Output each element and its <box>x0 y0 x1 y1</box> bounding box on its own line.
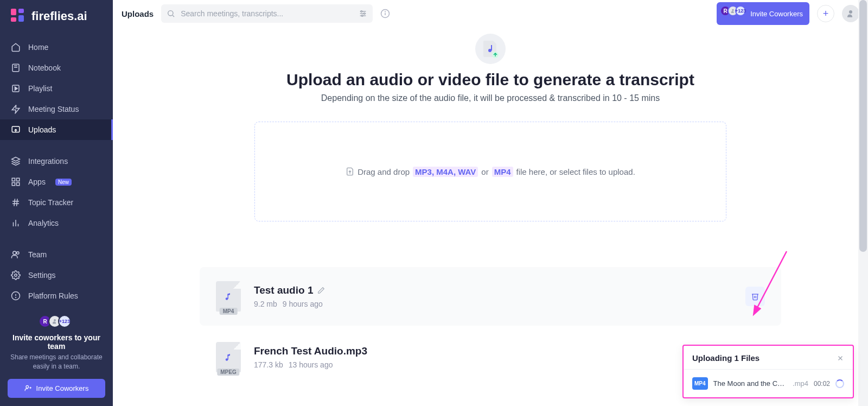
notebook-icon <box>11 63 21 73</box>
svg-point-28 <box>16 297 16 298</box>
avatar-count: +123 <box>58 315 71 328</box>
info-icon[interactable] <box>380 9 390 18</box>
file-card: MP4 Test audio 1 9.2 mb 9 hours ago <box>200 267 781 326</box>
scrollbar-thumb[interactable] <box>859 0 867 252</box>
nav-topic-tracker[interactable]: Topic Tracker <box>0 192 113 213</box>
hero-title: Upload an audio or video file to generat… <box>286 71 694 89</box>
invite-title: Invite coworkers to your team <box>8 333 105 351</box>
invite-coworkers-button[interactable]: Invite Coworkers <box>8 379 105 398</box>
file-format-badge: MP4 <box>220 308 238 315</box>
svg-point-45 <box>849 10 852 14</box>
dropzone-pre: Drag and drop <box>358 167 410 176</box>
avatar-stack: R +123 <box>723 5 746 16</box>
file-name: French Test Audio.mp3 <box>254 345 367 357</box>
svg-point-23 <box>13 251 16 255</box>
topic-icon <box>11 198 21 207</box>
file-age: 13 hours ago <box>289 360 333 369</box>
file-thumb: MP4 <box>216 281 241 312</box>
avatar-stack: R +123 <box>42 315 71 328</box>
sliders-icon[interactable] <box>359 9 367 18</box>
nav-settings[interactable]: Settings <box>0 265 113 286</box>
logo-text: fireflies.ai <box>31 9 87 23</box>
apps-icon <box>11 177 21 187</box>
svg-rect-15 <box>17 183 20 186</box>
delete-button[interactable] <box>745 287 765 306</box>
nav-uploads[interactable]: Uploads <box>0 119 113 140</box>
uploads-icon <box>11 125 21 135</box>
svg-point-44 <box>732 9 734 11</box>
nav-notebook[interactable]: Notebook <box>0 58 113 78</box>
svg-line-19 <box>17 199 18 206</box>
nav-label: Notebook <box>28 64 61 72</box>
page-title: Uploads <box>122 9 154 18</box>
svg-rect-1 <box>18 9 24 13</box>
svg-rect-13 <box>17 178 20 181</box>
file-thumb: MPEG <box>216 342 241 372</box>
status-icon <box>11 104 21 114</box>
nav-platform-rules[interactable]: Platform Rules <box>0 286 113 306</box>
file-format-badge: MPEG <box>217 369 239 376</box>
svg-point-30 <box>26 385 29 388</box>
profile-button[interactable] <box>842 5 859 22</box>
nav-integrations[interactable]: Integrations <box>0 151 113 172</box>
invite-subtitle: Share meetings and collaborate easily in… <box>8 353 105 371</box>
new-badge: New <box>55 179 72 186</box>
nav-home[interactable]: Home <box>0 37 113 58</box>
add-button[interactable]: + <box>817 5 834 22</box>
hero-subtitle: Depending on the size of the audio file,… <box>321 93 660 103</box>
nav-label: Playlist <box>28 84 52 93</box>
nav-label: Uploads <box>28 125 56 134</box>
svg-point-38 <box>361 11 362 12</box>
dropzone-audio-formats: MP3, M4A, WAV <box>413 167 478 177</box>
format-badge: MP4 <box>692 377 708 390</box>
upload-ext: .mp4 <box>793 379 808 388</box>
team-icon <box>11 250 21 259</box>
file-name: Test audio 1 <box>254 284 313 296</box>
svg-rect-12 <box>12 178 15 181</box>
svg-point-40 <box>362 15 363 17</box>
dropzone-or: or <box>481 167 488 176</box>
settings-icon <box>11 270 21 280</box>
svg-rect-3 <box>18 15 24 22</box>
dropzone-video-formats: MP4 <box>492 167 513 177</box>
file-age: 9 hours ago <box>283 300 323 308</box>
nav: Home Notebook Playlist Meeting Status Up… <box>0 33 113 306</box>
svg-marker-11 <box>12 157 20 162</box>
scrollbar[interactable] <box>858 0 868 406</box>
nav-meeting-status[interactable]: Meeting Status <box>0 99 113 119</box>
playlist-icon <box>11 84 21 93</box>
sidebar: fireflies.ai Home Notebook Playlist Meet… <box>0 0 113 406</box>
nav-label: Home <box>28 43 48 52</box>
spinner-icon <box>835 379 844 388</box>
dropzone-post: file here, or select files to upload. <box>516 167 635 176</box>
topbar: Uploads R +123 Invite Coworkers + <box>113 0 868 27</box>
svg-rect-2 <box>11 17 16 22</box>
svg-line-18 <box>14 199 15 206</box>
close-icon[interactable] <box>837 354 844 362</box>
svg-point-43 <box>385 11 386 12</box>
svg-point-33 <box>168 11 173 16</box>
nav-team[interactable]: Team <box>0 244 113 265</box>
file-size: 177.3 kb <box>254 360 283 369</box>
dropzone-file-icon <box>346 167 354 176</box>
nav-label: Team <box>28 250 47 259</box>
dropzone[interactable]: Drag and drop MP3, M4A, WAV or MP4 file … <box>254 122 726 221</box>
svg-point-25 <box>15 274 17 277</box>
topbar-invite-button[interactable]: R +123 Invite Coworkers <box>717 2 809 25</box>
nav-analytics[interactable]: Analytics <box>0 213 113 233</box>
logo-icon <box>11 9 26 24</box>
edit-icon[interactable] <box>317 287 325 294</box>
nav-apps[interactable]: AppsNew <box>0 172 113 192</box>
avatar-count: +123 <box>735 5 746 16</box>
search-icon <box>167 9 175 18</box>
nav-label: Meeting Status <box>28 105 79 113</box>
svg-rect-14 <box>12 183 15 186</box>
search-input[interactable] <box>161 4 373 23</box>
file-size: 9.2 mb <box>254 300 277 308</box>
svg-point-24 <box>17 252 20 255</box>
file-info: Test audio 1 9.2 mb 9 hours ago <box>254 284 732 308</box>
upload-popup-title: Uploading 1 Files <box>692 353 760 363</box>
nav-playlist[interactable]: Playlist <box>0 78 113 99</box>
brand-logo[interactable]: fireflies.ai <box>0 0 113 33</box>
svg-line-34 <box>173 15 174 17</box>
